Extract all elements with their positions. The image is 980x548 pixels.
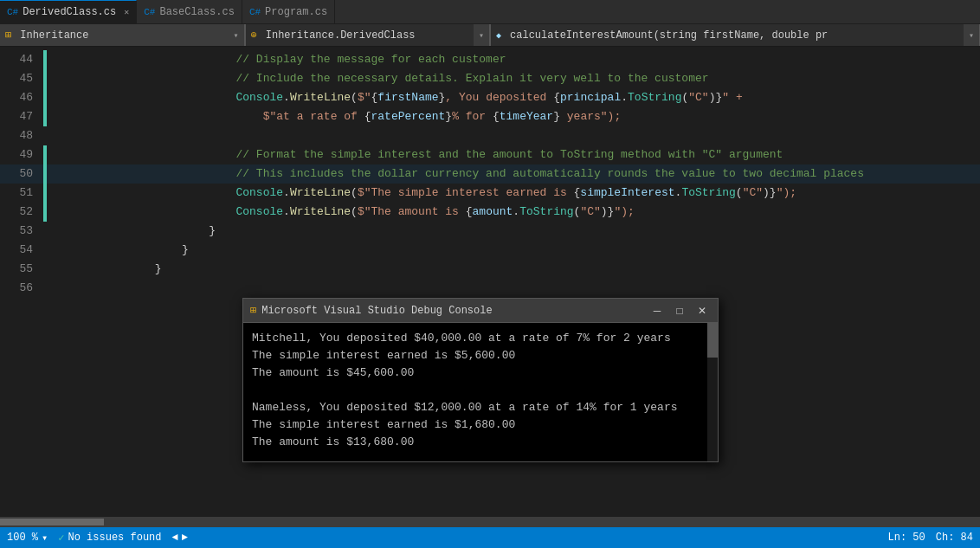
tab-baseclass[interactable]: C# BaseClass.cs [137, 0, 242, 23]
code-line-56: 56 [0, 279, 980, 298]
code-line-55: 55 } [0, 260, 980, 279]
status-nav-left-icon[interactable]: ◄ [172, 532, 178, 544]
status-bar: 100 % ▾ ✓ No issues found ◄ ► Ln: 50 Ch:… [0, 527, 980, 548]
debug-console: ⊞ Microsoft Visual Studio Debug Console … [242, 298, 719, 462]
status-ch: Ch: 84 [936, 532, 973, 544]
status-ln-text: Ln: 50 [888, 532, 925, 544]
line-num-50: 50 [0, 164, 43, 184]
line-num-54: 54 [0, 241, 43, 260]
line-num-55: 55 [0, 260, 43, 279]
console-line-1: Mitchell, You deposited $40,000.00 at a … [252, 330, 709, 347]
console-title-text: Microsoft Visual Studio Debug Console [261, 305, 643, 317]
status-issues-text: No issues found [68, 532, 161, 544]
console-line-4 [252, 382, 709, 399]
editor-wrapper: 44 // Display the message for each custo… [0, 47, 980, 548]
code-lines: 44 // Display the message for each custo… [0, 47, 980, 298]
margin-56 [43, 279, 47, 298]
console-close-button[interactable]: ✕ [693, 302, 711, 319]
status-ch-text: Ch: 84 [936, 532, 973, 544]
nav-bar: ⊞ Inheritance ▾ ⊕ Inheritance.DerivedCla… [0, 24, 980, 47]
tab-derivedclass[interactable]: C# DerivedClass.cs ✕ [0, 0, 137, 23]
status-zoom-text: 100 % [7, 532, 38, 544]
console-line-6: The simple interest earned is $1,680.00 [252, 416, 709, 434]
bottom-scrollbar[interactable] [0, 517, 980, 527]
line-num-49: 49 [0, 145, 43, 164]
console-scrollbar-thumb [707, 323, 718, 358]
status-zoom-chevron: ▾ [42, 532, 48, 545]
tab-close-derived[interactable]: ✕ [124, 7, 129, 17]
line-num-51: 51 [0, 184, 43, 203]
console-scrollbar[interactable] [707, 323, 718, 461]
code-line-47: 47 $"at a rate of {ratePercent}% for {ti… [0, 107, 980, 126]
console-line-7: The amount is $13,680.00 [252, 434, 709, 451]
line-num-44: 44 [0, 50, 43, 69]
tab-label-derived: DerivedClass.cs [23, 6, 116, 18]
status-nav-right-icon[interactable]: ► [182, 532, 188, 544]
nav-project-dropdown[interactable]: ▾ [228, 24, 244, 46]
status-issues-icon: ✓ [58, 532, 64, 545]
tab-program[interactable]: C# Program.cs [242, 0, 335, 23]
nav-method-section[interactable]: ◆ calculateInterestAmount(string firstNa… [491, 24, 980, 46]
nav-project-text: Inheritance [16, 29, 228, 42]
console-titlebar: ⊞ Microsoft Visual Studio Debug Console … [243, 299, 718, 323]
line-num-48: 48 [0, 126, 43, 145]
editor-area: 44 // Display the message for each custo… [0, 47, 980, 517]
line-num-53: 53 [0, 222, 43, 241]
code-editor[interactable]: 44 // Display the message for each custo… [0, 47, 980, 517]
cs-icon-program: C# [249, 7, 261, 17]
scroll-track[interactable] [0, 519, 980, 525]
tab-label-base: BaseClass.cs [159, 6, 234, 18]
console-line-5: Nameless, You deposited $12,000.00 at a … [252, 399, 709, 416]
status-issues-item[interactable]: ✓ No issues found [58, 532, 161, 545]
line-num-56: 56 [0, 279, 43, 298]
tab-label-program: Program.cs [265, 6, 327, 18]
line-num-52: 52 [0, 203, 43, 222]
line-num-46: 46 [0, 88, 43, 107]
console-restore-button[interactable]: □ [671, 302, 688, 319]
console-line-2: The simple interest earned is $5,600.00 [252, 347, 709, 364]
status-right: Ln: 50 Ch: 84 [888, 532, 973, 544]
project-icon: ⊞ [0, 29, 16, 42]
console-output: Mitchell, You deposited $40,000.00 at a … [243, 323, 718, 461]
nav-class-section[interactable]: ⊕ Inheritance.DerivedClass ▾ [246, 24, 492, 46]
status-nav-buttons[interactable]: ◄ ► [172, 532, 188, 544]
nav-class-dropdown[interactable]: ▾ [474, 24, 490, 46]
nav-method-text: calculateInterestAmount(string firstName… [506, 29, 964, 42]
tab-bar: C# DerivedClass.cs ✕ C# BaseClass.cs C# … [0, 0, 980, 24]
nav-method-dropdown[interactable]: ▾ [964, 24, 980, 46]
cs-icon-base: C# [144, 7, 155, 17]
status-left: 100 % ▾ ✓ No issues found ◄ ► [7, 532, 188, 545]
status-ln: Ln: 50 [888, 532, 925, 544]
nav-project-section[interactable]: ⊞ Inheritance ▾ [0, 24, 246, 46]
class-icon: ⊕ [246, 29, 262, 42]
console-minimize-button[interactable]: ─ [648, 302, 666, 319]
scroll-thumb [0, 519, 104, 525]
cs-icon-derived: C# [7, 7, 18, 17]
line-num-45: 45 [0, 69, 43, 88]
status-zoom-item[interactable]: 100 % ▾ [7, 532, 48, 545]
console-line-3: The amount is $45,600.00 [252, 364, 709, 382]
console-title-icon: ⊞ [250, 304, 256, 317]
line-num-47: 47 [0, 107, 43, 126]
nav-class-text: Inheritance.DerivedClass [262, 29, 474, 42]
method-icon: ◆ [491, 30, 506, 41]
